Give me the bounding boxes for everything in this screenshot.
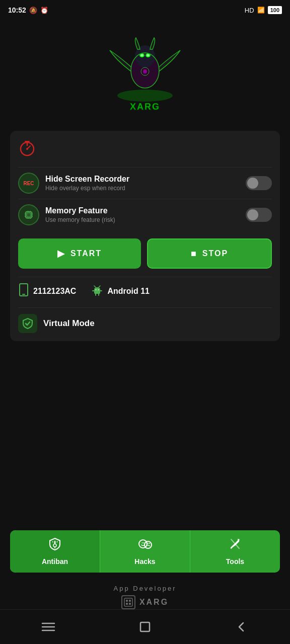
recorder-toggle[interactable]: [246, 176, 272, 190]
hamburger-icon: [41, 621, 55, 632]
nav-menu-button[interactable]: [38, 617, 58, 637]
svg-point-15: [26, 148, 28, 150]
brand-name: XARG: [139, 598, 169, 607]
tab-antiban[interactable]: Antiban: [10, 530, 100, 573]
recorder-subtitle: Hide overlay esp when record: [45, 185, 129, 192]
feature-left-memory: Memory Feature Use memory feature (risk): [18, 204, 115, 225]
home-square-icon: [139, 621, 151, 633]
system-nav-bar: [0, 609, 290, 644]
start-icon: ▶: [57, 248, 65, 259]
android-icon: [91, 284, 103, 299]
wifi-icon: 📶: [257, 7, 265, 14]
alarm-icon: ⏰: [40, 7, 48, 14]
rec-icon: REC: [18, 173, 39, 194]
svg-rect-58: [140, 622, 150, 631]
brand-row: XARG: [121, 595, 169, 609]
svg-point-32: [96, 289, 97, 290]
xarg-logo: XARG: [105, 35, 185, 116]
time-display: 10:52: [8, 6, 26, 14]
svg-rect-51: [126, 600, 128, 602]
svg-point-0: [117, 90, 173, 102]
feature-left-recorder: REC Hide Screen Recorder Hide overlay es…: [18, 173, 129, 194]
developer-footer: App Developer XARG: [0, 585, 290, 609]
memory-text-block: Memory Feature Use memory feature (risk): [45, 206, 115, 223]
bottom-navigation-tabs: Antiban Hacks: [10, 530, 280, 573]
virtual-mode-label: Virtual Mode: [43, 318, 95, 329]
stop-icon: ■: [191, 249, 197, 259]
tab-hacks[interactable]: Hacks: [100, 530, 190, 573]
main-card: REC Hide Screen Recorder Hide overlay es…: [10, 131, 280, 341]
recorder-text-block: Hide Screen Recorder Hide overlay esp wh…: [45, 175, 129, 192]
logo-container: XARG: [100, 30, 190, 121]
virtual-mode-icon: [18, 314, 37, 333]
battery-indicator: 100: [268, 6, 282, 14]
antiban-label: Antiban: [42, 557, 68, 566]
memory-toggle[interactable]: [246, 208, 272, 222]
android-version-text: Android 11: [107, 287, 150, 296]
smartphone-icon: [18, 283, 29, 299]
stop-button[interactable]: ■ STOP: [147, 238, 272, 269]
device-id-text: 2112123AC: [33, 287, 76, 296]
svg-point-5: [140, 54, 143, 57]
memory-subtitle: Use memory feature (risk): [45, 216, 115, 223]
memory-feature-row: Memory Feature Use memory feature (risk): [18, 199, 272, 230]
svg-line-34: [94, 286, 96, 287]
svg-point-45: [142, 542, 143, 543]
action-buttons-row: ▶ START ■ STOP: [18, 238, 272, 269]
svg-point-43: [139, 540, 147, 548]
svg-rect-54: [129, 603, 131, 605]
svg-rect-17: [27, 213, 31, 217]
tab-tools[interactable]: Tools: [190, 530, 280, 573]
device-id-item: 2112123AC: [18, 283, 76, 299]
svg-rect-50: [124, 598, 132, 606]
svg-point-46: [143, 542, 144, 543]
memory-title: Memory Feature: [45, 206, 115, 215]
antiban-icon: [48, 537, 62, 554]
tools-icon: [228, 537, 242, 554]
logo-area: XARG: [0, 20, 290, 126]
memory-icon: [18, 204, 39, 225]
signal-icon: HD: [245, 7, 254, 14]
svg-text:XARG: XARG: [130, 102, 160, 112]
tools-label: Tools: [226, 557, 244, 566]
nav-back-button[interactable]: [232, 617, 252, 637]
svg-line-35: [99, 286, 100, 287]
stop-label: STOP: [202, 249, 228, 258]
hacks-label: Hacks: [134, 557, 155, 566]
back-chevron-icon: [237, 621, 247, 633]
hide-screen-recorder-row: REC Hide Screen Recorder Hide overlay es…: [18, 167, 272, 199]
recorder-title: Hide Screen Recorder: [45, 175, 129, 184]
nav-home-button[interactable]: [135, 617, 155, 637]
svg-rect-52: [129, 600, 131, 602]
svg-point-6: [147, 54, 150, 57]
status-right: HD 📶 100: [245, 6, 282, 14]
chip-icon: [23, 209, 34, 220]
timer-icon: [18, 139, 36, 157]
device-info-row: 2112123AC: [18, 277, 272, 299]
timer-row: [18, 139, 272, 159]
svg-point-40: [53, 544, 56, 547]
start-button[interactable]: ▶ START: [18, 238, 141, 269]
status-bar: 10:52 🔕 ⏰ HD 📶 100: [0, 0, 290, 20]
status-left: 10:52 🔕 ⏰: [8, 6, 48, 14]
virtual-mode-row: Virtual Mode: [18, 307, 272, 333]
svg-point-33: [98, 289, 99, 290]
hacks-icon: [138, 537, 152, 554]
mute-icon: 🔕: [29, 7, 37, 14]
svg-rect-53: [126, 603, 128, 605]
android-version-item: Android 11: [91, 284, 150, 299]
developer-label: App Developer: [114, 585, 177, 592]
brand-icon: [121, 595, 135, 609]
start-label: START: [70, 249, 102, 258]
svg-point-10: [143, 69, 147, 73]
